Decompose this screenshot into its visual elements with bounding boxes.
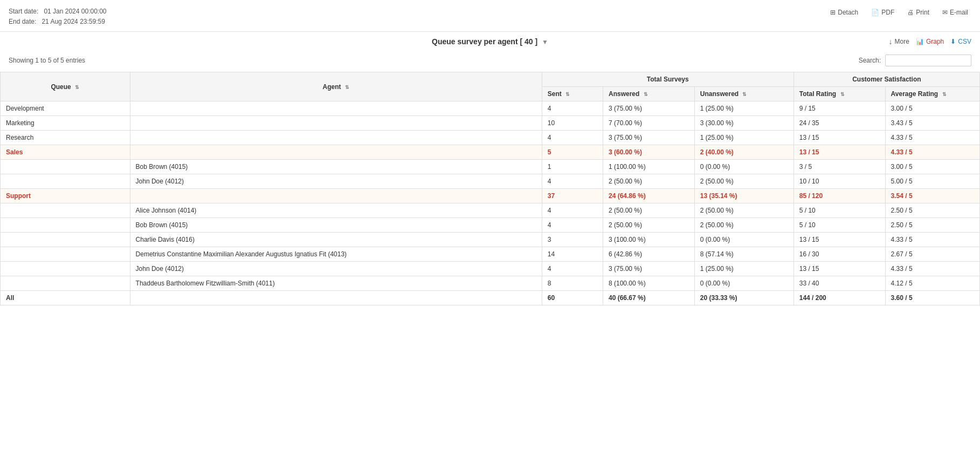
table-row: Bob Brown (4015)42 (50.00 %)2 (50.00 %)5… xyxy=(1,218,980,233)
detach-icon: ⊞ xyxy=(830,9,836,16)
cell-average-rating: 4.33 / 5 xyxy=(885,233,979,247)
queue-sort-icon: ⇅ xyxy=(75,85,79,90)
cell-answered: 1 (100.00 %) xyxy=(603,160,694,174)
report-header: Queue survey per agent [ 40 ] ▼ ↓ More 📊… xyxy=(0,32,980,51)
cell-total-rating: 13 / 15 xyxy=(793,145,885,160)
pdf-icon: 📄 xyxy=(871,9,879,16)
cell-agent: Alice Johnson (4014) xyxy=(130,203,542,218)
showing-entries: Showing 1 to 5 of 5 entries xyxy=(9,57,85,64)
pdf-button[interactable]: 📄 PDF xyxy=(868,6,898,18)
cell-sent: 10 xyxy=(542,116,603,131)
table-row: John Doe (4012)43 (75.00 %)1 (25.00 %)13… xyxy=(1,262,980,276)
cell-unanswered: 0 (0.00 %) xyxy=(694,160,793,174)
end-date-label: End date: xyxy=(9,18,36,25)
cell-answered: 24 (64.86 %) xyxy=(603,189,694,203)
cell-unanswered: 0 (0.00 %) xyxy=(694,233,793,247)
email-button[interactable]: ✉ E-mail xyxy=(939,6,971,18)
search-label: Search: xyxy=(859,57,881,64)
unanswered-sort-icon: ⇅ xyxy=(742,92,747,97)
cell-agent: Demetrius Constantine Maximilian Alexand… xyxy=(130,247,542,262)
header-right: ↓ More 📊 Graph ⬇ CSV xyxy=(651,37,971,46)
cell-unanswered: 3 (30.00 %) xyxy=(694,116,793,131)
cell-queue: Research xyxy=(1,131,130,145)
th-agent[interactable]: Agent ⇅ xyxy=(130,72,542,101)
cell-unanswered: 8 (57.14 %) xyxy=(694,247,793,262)
cell-unanswered: 0 (0.00 %) xyxy=(694,276,793,291)
cell-sent: 8 xyxy=(542,276,603,291)
cell-sent: 4 xyxy=(542,262,603,276)
cell-average-rating: 4.12 / 5 xyxy=(885,276,979,291)
cell-answered: 2 (50.00 %) xyxy=(603,174,694,189)
th-unanswered[interactable]: Unanswered ⇅ xyxy=(694,87,793,101)
cell-average-rating: 2.50 / 5 xyxy=(885,203,979,218)
cell-total-rating: 5 / 10 xyxy=(793,218,885,233)
table-row: John Doe (4012)42 (50.00 %)2 (50.00 %)10… xyxy=(1,174,980,189)
end-date-value: 21 Aug 2024 23:59:59 xyxy=(42,18,105,25)
cell-sent: 1 xyxy=(542,160,603,174)
th-customer-satisfaction-group: Customer Satisfaction xyxy=(793,72,979,87)
cell-average-rating: 3.00 / 5 xyxy=(885,101,979,116)
th-sent[interactable]: Sent ⇅ xyxy=(542,87,603,101)
cell-total-rating: 10 / 10 xyxy=(793,174,885,189)
cell-agent xyxy=(130,116,542,131)
table-row: Development43 (75.00 %)1 (25.00 %)9 / 15… xyxy=(1,101,980,116)
cell-average-rating: 4.33 / 5 xyxy=(885,145,979,160)
cell-agent: Bob Brown (4015) xyxy=(130,160,542,174)
table-row: Charlie Davis (4016)33 (100.00 %)0 (0.00… xyxy=(1,233,980,247)
th-total-rating[interactable]: Total Rating ⇅ xyxy=(793,87,885,101)
cell-total-rating: 13 / 15 xyxy=(793,131,885,145)
cell-unanswered: 1 (25.00 %) xyxy=(694,101,793,116)
cell-queue xyxy=(1,218,130,233)
cell-queue: Support xyxy=(1,189,130,203)
cell-agent: John Doe (4012) xyxy=(130,262,542,276)
th-average-rating[interactable]: Average Rating ⇅ xyxy=(885,87,979,101)
th-total-surveys-group: Total Surveys xyxy=(542,72,793,87)
cell-sent: 4 xyxy=(542,203,603,218)
th-queue[interactable]: Queue ⇅ xyxy=(1,72,130,101)
sent-sort-icon: ⇅ xyxy=(565,92,570,97)
th-answered[interactable]: Answered ⇅ xyxy=(603,87,694,101)
graph-button[interactable]: 📊 Graph xyxy=(916,38,944,45)
print-button[interactable]: 🖨 Print xyxy=(904,6,933,18)
cell-queue xyxy=(1,247,130,262)
top-actions: ⊞ Detach 📄 PDF 🖨 Print ✉ E-mail xyxy=(827,6,971,18)
table-row: All6040 (66.67 %)20 (33.33 %)144 / 2003.… xyxy=(1,291,980,305)
cell-agent xyxy=(130,189,542,203)
cell-total-rating: 13 / 15 xyxy=(793,233,885,247)
cell-sent: 4 xyxy=(542,218,603,233)
cell-unanswered: 2 (50.00 %) xyxy=(694,203,793,218)
cell-agent: John Doe (4012) xyxy=(130,174,542,189)
cell-sent: 4 xyxy=(542,131,603,145)
cell-sent: 4 xyxy=(542,174,603,189)
cell-total-rating: 24 / 35 xyxy=(793,116,885,131)
cell-agent xyxy=(130,131,542,145)
cell-total-rating: 3 / 5 xyxy=(793,160,885,174)
cell-unanswered: 20 (33.33 %) xyxy=(694,291,793,305)
cell-answered: 8 (100.00 %) xyxy=(603,276,694,291)
detach-button[interactable]: ⊞ Detach xyxy=(827,6,861,18)
cell-average-rating: 3.43 / 5 xyxy=(885,116,979,131)
cell-average-rating: 3.60 / 5 xyxy=(885,291,979,305)
table-row: Support3724 (64.86 %)13 (35.14 %)85 / 12… xyxy=(1,189,980,203)
cell-sent: 5 xyxy=(542,145,603,160)
print-icon: 🖨 xyxy=(907,9,914,16)
table-row: Demetrius Constantine Maximilian Alexand… xyxy=(1,247,980,262)
cell-sent: 14 xyxy=(542,247,603,262)
cell-average-rating: 2.50 / 5 xyxy=(885,218,979,233)
sort-icon: ▼ xyxy=(542,38,548,46)
cell-total-rating: 85 / 120 xyxy=(793,189,885,203)
cell-agent: Charlie Davis (4016) xyxy=(130,233,542,247)
csv-button[interactable]: ⬇ CSV xyxy=(950,38,971,45)
cell-sent: 37 xyxy=(542,189,603,203)
search-input[interactable] xyxy=(885,55,971,66)
cell-queue xyxy=(1,203,130,218)
cell-total-rating: 144 / 200 xyxy=(793,291,885,305)
cell-queue xyxy=(1,276,130,291)
total-rating-sort-icon: ⇅ xyxy=(840,92,845,97)
cell-unanswered: 1 (25.00 %) xyxy=(694,262,793,276)
cell-queue: Development xyxy=(1,101,130,116)
more-button[interactable]: ↓ More xyxy=(889,37,909,46)
cell-sent: 4 xyxy=(542,101,603,116)
cell-answered: 2 (50.00 %) xyxy=(603,203,694,218)
cell-sent: 3 xyxy=(542,233,603,247)
